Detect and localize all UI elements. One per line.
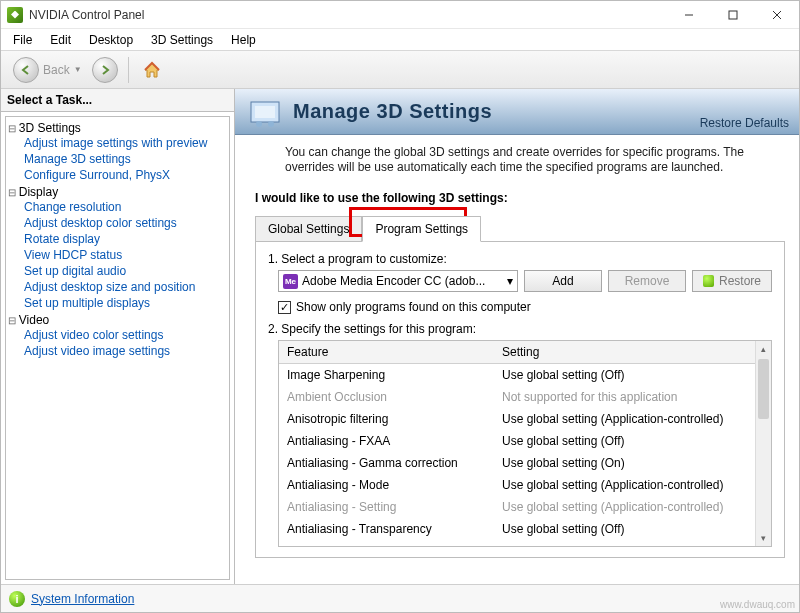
feature-cell: Anisotropic filtering — [279, 410, 494, 428]
menubar: File Edit Desktop 3D Settings Help — [1, 29, 799, 51]
restore-defaults-link[interactable]: Restore Defaults — [700, 116, 789, 134]
tab-global-settings[interactable]: Global Settings — [255, 216, 362, 242]
back-dropdown-icon: ▼ — [74, 65, 82, 74]
tab-program-settings[interactable]: Program Settings — [362, 216, 481, 242]
step-1-label: 1. Select a program to customize: — [268, 252, 772, 266]
column-feature[interactable]: Feature — [279, 341, 494, 363]
tree-link-digital-audio[interactable]: Set up digital audio — [24, 263, 227, 279]
feature-cell: Antialiasing - FXAA — [279, 432, 494, 450]
program-select[interactable]: Me Adobe Media Encoder CC (adob... ▾ — [278, 270, 518, 292]
page-header-icon — [245, 94, 285, 130]
tree-group-3d-settings[interactable]: 3D Settings — [8, 121, 227, 135]
settings-table: Feature Setting Image SharpeningUse glob… — [278, 340, 772, 547]
tree-group-video[interactable]: Video — [8, 313, 227, 327]
add-button[interactable]: Add — [524, 270, 602, 292]
maximize-button[interactable] — [711, 1, 755, 29]
table-row[interactable]: Antialiasing - TransparencyUse global se… — [279, 518, 771, 540]
statusbar: i System Information — [1, 584, 799, 612]
info-icon: i — [9, 591, 25, 607]
svg-point-7 — [268, 121, 274, 127]
tree-link-adjust-image-settings[interactable]: Adjust image settings with preview — [24, 135, 227, 151]
table-row[interactable]: Antialiasing - FXAAUse global setting (O… — [279, 430, 771, 452]
table-row[interactable]: Anisotropic filteringUse global setting … — [279, 408, 771, 430]
minimize-button[interactable] — [667, 1, 711, 29]
back-arrow-icon — [13, 57, 39, 83]
step-2-label: 2. Specify the settings for this program… — [268, 322, 772, 336]
forward-button[interactable] — [92, 57, 118, 83]
nvidia-icon — [703, 275, 714, 287]
feature-cell: Antialiasing - Transparency — [279, 520, 494, 538]
menu-file[interactable]: File — [5, 31, 40, 49]
section-label: I would like to use the following 3D set… — [235, 181, 799, 215]
program-select-value: Adobe Media Encoder CC (adob... — [302, 274, 485, 288]
tree-link-view-hdcp[interactable]: View HDCP status — [24, 247, 227, 263]
task-tree: 3D Settings Adjust image settings with p… — [5, 116, 230, 580]
menu-edit[interactable]: Edit — [42, 31, 79, 49]
tree-link-adjust-desktop-color[interactable]: Adjust desktop color settings — [24, 215, 227, 231]
content-pane: Manage 3D Settings Restore Defaults You … — [235, 89, 799, 584]
table-row[interactable]: Antialiasing - SettingUse global setting… — [279, 496, 771, 518]
system-information-link[interactable]: System Information — [31, 592, 134, 606]
program-settings-panel: 1. Select a program to customize: Me Ado… — [255, 241, 785, 558]
setting-cell: Use global setting (Application-controll… — [494, 476, 771, 494]
column-setting[interactable]: Setting — [494, 341, 771, 363]
setting-cell: Use global setting (Off) — [494, 520, 771, 538]
svg-point-6 — [256, 121, 262, 127]
remove-button[interactable]: Remove — [608, 270, 686, 292]
window-title: NVIDIA Control Panel — [29, 8, 667, 22]
tree-link-video-image[interactable]: Adjust video image settings — [24, 343, 227, 359]
page-header: Manage 3D Settings Restore Defaults — [235, 89, 799, 135]
menu-desktop[interactable]: Desktop — [81, 31, 141, 49]
setting-cell: Use global setting (All) — [494, 542, 771, 546]
tree-link-video-color[interactable]: Adjust video color settings — [24, 327, 227, 343]
program-icon: Me — [283, 274, 298, 289]
svg-rect-5 — [255, 106, 275, 118]
watermark: www.dwauq.com — [720, 599, 795, 610]
sidebar-title: Select a Task... — [1, 89, 234, 112]
tree-link-configure-surround[interactable]: Configure Surround, PhysX — [24, 167, 227, 183]
setting-cell: Use global setting (Application-controll… — [494, 498, 771, 516]
feature-cell: Antialiasing - Mode — [279, 476, 494, 494]
table-row[interactable]: Image SharpeningUse global setting (Off) — [279, 364, 771, 386]
restore-button[interactable]: Restore — [692, 270, 772, 292]
show-only-checkbox[interactable]: ✓ — [278, 301, 291, 314]
setting-cell: Use global setting (Off) — [494, 432, 771, 450]
table-row[interactable]: Ambient OcclusionNot supported for this … — [279, 386, 771, 408]
table-row[interactable]: CUDA - GPUsUse global setting (All) — [279, 540, 771, 546]
feature-cell: Antialiasing - Setting — [279, 498, 494, 516]
scroll-thumb[interactable] — [758, 359, 769, 419]
page-description: You can change the global 3D settings an… — [235, 135, 799, 181]
tree-link-adjust-desktop-size[interactable]: Adjust desktop size and position — [24, 279, 227, 295]
toolbar-separator — [128, 57, 129, 83]
scroll-down-icon[interactable]: ▾ — [756, 530, 771, 546]
back-button[interactable]: Back ▼ — [9, 55, 86, 85]
feature-cell: Antialiasing - Gamma correction — [279, 454, 494, 472]
feature-cell: Image Sharpening — [279, 366, 494, 384]
table-row[interactable]: Antialiasing - ModeUse global setting (A… — [279, 474, 771, 496]
menu-help[interactable]: Help — [223, 31, 264, 49]
scrollbar[interactable]: ▴ ▾ — [755, 341, 771, 546]
tree-link-multiple-displays[interactable]: Set up multiple displays — [24, 295, 227, 311]
tabs: Global Settings Program Settings — [255, 215, 799, 241]
setting-cell: Use global setting (Application-controll… — [494, 410, 771, 428]
back-label: Back — [43, 63, 70, 77]
titlebar: NVIDIA Control Panel — [1, 1, 799, 29]
table-row[interactable]: Antialiasing - Gamma correctionUse globa… — [279, 452, 771, 474]
tree-link-change-resolution[interactable]: Change resolution — [24, 199, 227, 215]
home-button[interactable] — [139, 57, 165, 83]
tree-link-rotate-display[interactable]: Rotate display — [24, 231, 227, 247]
tree-group-display[interactable]: Display — [8, 185, 227, 199]
setting-cell: Use global setting (Off) — [494, 366, 771, 384]
close-button[interactable] — [755, 1, 799, 29]
scroll-up-icon[interactable]: ▴ — [756, 341, 771, 357]
menu-3d-settings[interactable]: 3D Settings — [143, 31, 221, 49]
feature-cell: Ambient Occlusion — [279, 388, 494, 406]
tree-link-manage-3d-settings[interactable]: Manage 3D settings — [24, 151, 227, 167]
svg-rect-1 — [729, 11, 737, 19]
setting-cell: Use global setting (On) — [494, 454, 771, 472]
feature-cell: CUDA - GPUs — [279, 542, 494, 546]
toolbar: Back ▼ — [1, 51, 799, 89]
chevron-down-icon: ▾ — [507, 274, 513, 288]
page-title: Manage 3D Settings — [293, 100, 700, 123]
show-only-label: Show only programs found on this compute… — [296, 300, 531, 314]
